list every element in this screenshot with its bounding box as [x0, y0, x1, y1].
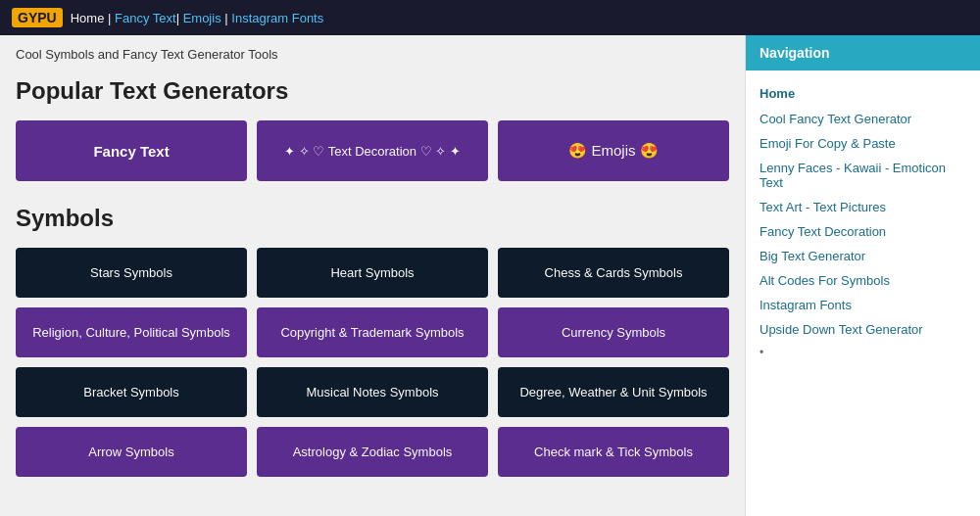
fancy-text-button[interactable]: Fancy Text [16, 120, 247, 181]
chess-cards-button[interactable]: Chess & Cards Symbols [498, 248, 729, 298]
arrow-symbols-button[interactable]: Arrow Symbols [16, 427, 247, 477]
text-gen-grid: Fancy Text ✦ ✧ ♡ Text Decoration ♡ ✧ ✦ 😍… [16, 120, 729, 181]
text-decoration-button[interactable]: ✦ ✧ ♡ Text Decoration ♡ ✧ ✦ [257, 120, 488, 181]
popular-section-title: Popular Text Generators [16, 77, 729, 105]
religion-symbols-button[interactable]: Religion, Culture, Political Symbols [16, 307, 247, 357]
degree-weather-button[interactable]: Degree, Weather & Unit Symbols [498, 367, 729, 417]
nav-separator1: | [108, 11, 115, 25]
checkmark-tick-button[interactable]: Check mark & Tick Symbols [498, 427, 729, 477]
sidebar-item-home[interactable]: Home [746, 80, 980, 107]
logo[interactable]: GYPU [12, 8, 63, 27]
nav-emojis[interactable]: Emojis [183, 11, 221, 25]
nav-home[interactable]: Home [71, 11, 105, 25]
sidebar-item-upside-down[interactable]: Upside Down Text Generator [746, 317, 980, 342]
astrology-zodiac-button[interactable]: Astrology & Zodiac Symbols [257, 427, 488, 477]
sidebar-nav-title: Navigation [746, 35, 980, 70]
symbols-section-title: Symbols [16, 205, 729, 232]
bracket-symbols-button[interactable]: Bracket Symbols [16, 367, 247, 417]
sidebar-item-fancy-text-decoration[interactable]: Fancy Text Decoration [746, 219, 980, 244]
sidebar-item-cool-fancy[interactable]: Cool Fancy Text Generator [746, 107, 980, 131]
heart-symbols-button[interactable]: Heart Symbols [257, 248, 488, 298]
sidebar-item-text-art[interactable]: Text Art - Text Pictures [746, 195, 980, 219]
nav-fancy-text[interactable]: Fancy Text [115, 11, 176, 25]
copyright-symbols-button[interactable]: Copyright & Trademark Symbols [257, 307, 488, 357]
currency-symbols-button[interactable]: Currency Symbols [498, 307, 729, 357]
nav-instagram-fonts[interactable]: Instagram Fonts [231, 11, 323, 25]
main-content: Cool Symbols and Fancy Text Generator To… [0, 35, 745, 516]
top-navigation: GYPU Home | Fancy Text| Emojis | Instagr… [0, 0, 980, 35]
nav-links: Home | Fancy Text| Emojis | Instagram Fo… [71, 11, 324, 25]
sidebar: Navigation Home Cool Fancy Text Generato… [745, 35, 980, 516]
sidebar-item-instagram-fonts[interactable]: Instagram Fonts [746, 293, 980, 317]
sidebar-nav-items: Home Cool Fancy Text Generator Emoji For… [746, 70, 980, 373]
symbols-grid: Stars Symbols Heart Symbols Chess & Card… [16, 248, 729, 477]
sidebar-item-emoji[interactable]: Emoji For Copy & Paste [746, 131, 980, 156]
musical-notes-button[interactable]: Musical Notes Symbols [257, 367, 488, 417]
sidebar-bullet: • [746, 342, 980, 363]
sidebar-item-big-text[interactable]: Big Text Generator [746, 244, 980, 268]
sidebar-item-lenny[interactable]: Lenny Faces - Kawaii - Emoticon Text [746, 156, 980, 195]
page-layout: Cool Symbols and Fancy Text Generator To… [0, 35, 980, 516]
emojis-button[interactable]: 😍 Emojis 😍 [498, 120, 729, 181]
sidebar-item-alt-codes[interactable]: Alt Codes For Symbols [746, 268, 980, 293]
breadcrumb: Cool Symbols and Fancy Text Generator To… [16, 47, 729, 62]
stars-symbols-button[interactable]: Stars Symbols [16, 248, 247, 298]
